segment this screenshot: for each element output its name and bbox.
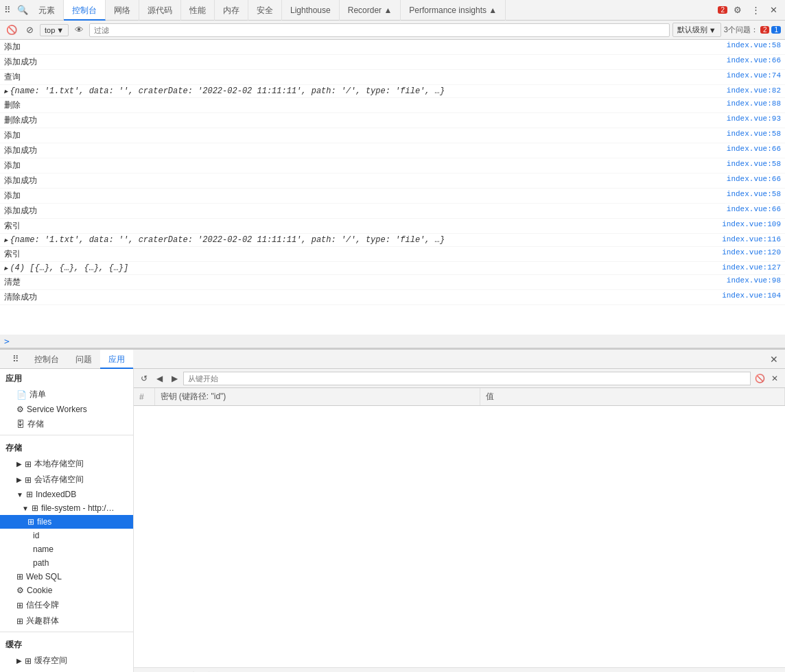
console-row: 添加成功index.vue:66 bbox=[0, 204, 785, 219]
files-store-icon: ⊞ bbox=[27, 517, 34, 527]
sidebar-file-system-db[interactable]: ▼ ⊞ file-system - http://local bbox=[0, 501, 133, 515]
console-row: 添加成功index.vue:66 bbox=[0, 55, 785, 70]
file-link[interactable]: index.vue:66 bbox=[713, 175, 781, 183]
idb-delete-icon[interactable]: ✕ bbox=[769, 372, 781, 385]
level-dropdown[interactable]: 默认级别 ▼ bbox=[672, 23, 721, 37]
file-link[interactable]: index.vue:66 bbox=[713, 145, 781, 153]
console-row: 添加index.vue:58 bbox=[0, 158, 785, 173]
sidebar-files-name[interactable]: name bbox=[0, 542, 133, 556]
file-link[interactable]: index.vue:109 bbox=[708, 220, 781, 228]
tab-network[interactable]: 网络 bbox=[106, 0, 139, 21]
idb-table-container: # 密钥 (键路径: "id") 值 bbox=[134, 388, 785, 667]
warning-count-badge[interactable]: 1 bbox=[771, 26, 781, 34]
console-output: 添加index.vue:58添加成功index.vue:66查询index.vu… bbox=[0, 40, 785, 335]
idb-refresh-icon[interactable]: ↺ bbox=[138, 372, 150, 385]
local-storage-expand-icon: ▶ bbox=[16, 460, 22, 468]
idb-key-input[interactable] bbox=[183, 372, 751, 385]
settings-icon[interactable]: ⚙ bbox=[730, 3, 745, 18]
console-message: 清楚 bbox=[4, 276, 713, 288]
file-link[interactable]: index.vue:116 bbox=[708, 235, 781, 243]
sidebar-cookie[interactable]: ⚙ Cookie bbox=[0, 584, 133, 597]
issues-badge: 3个问题： 2 1 bbox=[724, 25, 781, 35]
console-filter-icon[interactable]: ⊘ bbox=[22, 23, 37, 38]
file-link[interactable]: index.vue:66 bbox=[713, 56, 781, 64]
file-link[interactable]: index.vue:88 bbox=[713, 99, 781, 108]
console-row: {name: '1.txt', data: '', craterDate: '2… bbox=[0, 85, 785, 98]
sidebar-cache-storage[interactable]: ▶ ⊞ 缓存空间 bbox=[0, 653, 133, 669]
top-context-dropdown[interactable]: top ▼ bbox=[40, 24, 69, 36]
tab-performance[interactable]: 性能 bbox=[181, 0, 215, 21]
file-link[interactable]: index.vue:66 bbox=[713, 205, 781, 213]
console-message: 添加成功 bbox=[4, 205, 713, 217]
sidebar-trust-tokens[interactable]: ⊞ 信任令牌 bbox=[0, 597, 133, 613]
console-row: 添加成功index.vue:66 bbox=[0, 143, 785, 158]
bottom-tab-console[interactable]: 控制台 bbox=[26, 350, 67, 369]
file-link[interactable]: index.vue:120 bbox=[708, 248, 781, 256]
issues-label: 3个问题： bbox=[724, 25, 758, 35]
sidebar-files-path[interactable]: path bbox=[0, 556, 133, 570]
sidebar-indexeddb[interactable]: ▼ ⊞ IndexedDB bbox=[0, 488, 133, 501]
file-link[interactable]: index.vue:127 bbox=[708, 263, 781, 272]
bottom-panel-close-icon[interactable]: ✕ bbox=[767, 354, 781, 365]
indexeddb-expand-icon: ▼ bbox=[16, 491, 23, 499]
filter-input[interactable] bbox=[89, 23, 670, 37]
idb-next-icon[interactable]: ▶ bbox=[168, 372, 180, 385]
sidebar-storage-app[interactable]: 🗄 存储 bbox=[0, 416, 133, 432]
sidebar-web-sql[interactable]: ⊞ Web SQL bbox=[0, 570, 133, 584]
sidebar-session-storage[interactable]: ▶ ⊞ 会话存储空间 bbox=[0, 472, 133, 488]
cache-storage-expand-icon: ▶ bbox=[16, 657, 22, 664]
devtools-close-icon[interactable]: ✕ bbox=[766, 3, 781, 18]
sidebar-interest-groups[interactable]: ⊞ 兴趣群体 bbox=[0, 613, 133, 629]
console-clear-icon[interactable]: 🚫 bbox=[4, 23, 19, 38]
file-link[interactable]: index.vue:104 bbox=[708, 291, 781, 300]
sidebar-service-workers[interactable]: ⚙ Service Workers bbox=[0, 403, 133, 416]
console-message: 添加成功 bbox=[4, 56, 713, 68]
expand-arrow[interactable] bbox=[4, 235, 8, 245]
col-key-header: 密钥 (键路径: "id") bbox=[154, 388, 480, 406]
tab-lighthouse[interactable]: Lighthouse bbox=[282, 0, 340, 21]
expand-arrow[interactable] bbox=[4, 86, 8, 96]
file-link[interactable]: index.vue:58 bbox=[713, 41, 781, 49]
console-row: 添加成功index.vue:66 bbox=[0, 173, 785, 189]
sidebar-manifest[interactable]: 📄 清单 bbox=[0, 387, 133, 403]
console-message: 添加 bbox=[4, 160, 713, 171]
sidebar-divider-2 bbox=[0, 632, 133, 632]
idb-prev-icon[interactable]: ◀ bbox=[153, 372, 165, 385]
tab-recorder[interactable]: Recorder ▲ bbox=[340, 0, 401, 21]
trust-tokens-icon: ⊞ bbox=[16, 601, 23, 610]
sidebar-local-storage[interactable]: ▶ ⊞ 本地存储空间 bbox=[0, 456, 133, 472]
console-eye-icon[interactable]: 👁 bbox=[71, 23, 86, 38]
sidebar-files-store[interactable]: ⊞ files bbox=[0, 515, 133, 529]
tab-sources[interactable]: 源代码 bbox=[139, 0, 181, 21]
file-link[interactable]: index.vue:58 bbox=[713, 190, 781, 198]
error-count-badge[interactable]: 2 bbox=[760, 26, 770, 34]
file-link[interactable]: index.vue:74 bbox=[713, 71, 781, 80]
console-row: 添加index.vue:58 bbox=[0, 189, 785, 204]
bottom-tab-issues[interactable]: 问题 bbox=[67, 350, 100, 369]
cache-section-title: 缓存 bbox=[0, 635, 133, 653]
file-system-db-icon: ⊞ bbox=[32, 503, 38, 513]
devtools-inspect-icon[interactable]: 🔍 bbox=[15, 3, 30, 18]
expand-arrow[interactable] bbox=[4, 263, 8, 273]
file-link[interactable]: index.vue:58 bbox=[713, 130, 781, 138]
tab-elements[interactable]: 元素 bbox=[30, 0, 64, 21]
tab-memory[interactable]: 内存 bbox=[215, 0, 248, 21]
idb-block-icon[interactable]: 🚫 bbox=[753, 372, 766, 385]
bottom-panel-drag-icon[interactable]: ⠿ bbox=[8, 352, 23, 367]
sidebar-files-id[interactable]: id bbox=[0, 529, 133, 542]
file-link[interactable]: index.vue:93 bbox=[713, 115, 781, 123]
interest-groups-icon: ⊞ bbox=[16, 616, 23, 626]
console-message: 索引 bbox=[4, 220, 708, 232]
file-link[interactable]: index.vue:82 bbox=[713, 86, 781, 95]
session-storage-expand-icon: ▶ bbox=[16, 476, 22, 483]
sidebar-back-forward-cache[interactable]: ⊞ 往返缓存 bbox=[0, 669, 133, 672]
devtools-dock-icon[interactable]: ⠿ bbox=[0, 3, 15, 18]
tab-performance-insights[interactable]: Performance insights ▲ bbox=[401, 0, 506, 21]
more-options-icon[interactable]: ⋮ bbox=[748, 3, 763, 18]
bottom-tab-application[interactable]: 应用 bbox=[100, 350, 133, 369]
file-link[interactable]: index.vue:58 bbox=[713, 160, 781, 168]
tab-security[interactable]: 安全 bbox=[248, 0, 282, 21]
file-link[interactable]: index.vue:98 bbox=[713, 276, 781, 285]
main-tab-bar: ⠿ 🔍 元素 控制台 网络 源代码 性能 内存 安全 Lighthouse Re… bbox=[0, 0, 785, 21]
tab-console[interactable]: 控制台 bbox=[64, 0, 106, 21]
